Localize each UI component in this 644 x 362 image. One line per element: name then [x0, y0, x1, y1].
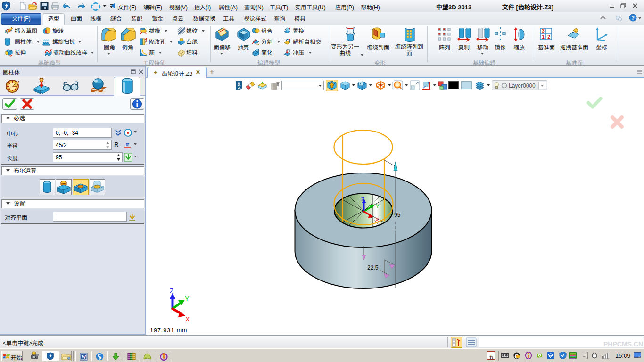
svg-text:π: π [125, 141, 129, 148]
svg-text:X: X [375, 217, 379, 222]
svg-text:197.931 mm: 197.931 mm [150, 327, 187, 334]
svg-text:Y: Y [185, 295, 190, 303]
svg-text:Z: Z [170, 287, 174, 295]
svg-text:95: 95 [394, 212, 401, 218]
svg-text:1: 1 [542, 34, 545, 40]
svg-text:22.5: 22.5 [367, 264, 379, 271]
svg-text:Y: Y [376, 203, 380, 209]
svg-text:W: W [82, 354, 86, 360]
svg-text:?: ? [631, 15, 635, 21]
svg-text:3: 3 [542, 28, 545, 33]
svg-text:2: 2 [547, 34, 550, 40]
svg-text:X: X [185, 315, 190, 323]
svg-text:Z: Z [361, 197, 364, 202]
